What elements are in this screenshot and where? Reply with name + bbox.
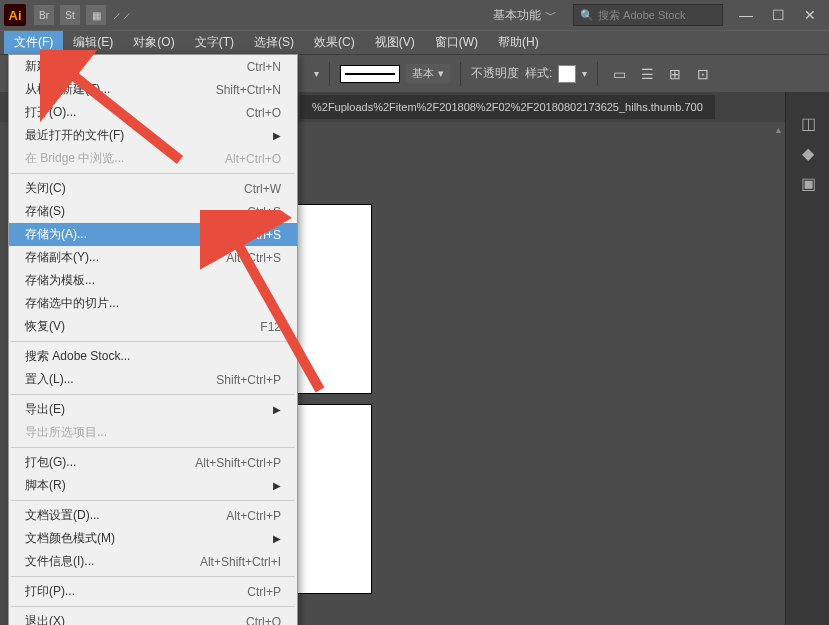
menu-item-关闭(C)[interactable]: 关闭(C)Ctrl+W [9,177,297,200]
menu-shortcut: Ctrl+N [247,60,281,74]
menu-separator [11,447,295,448]
more-icon[interactable]: ⊡ [692,63,714,85]
menu-item-label: 搜索 Adobe Stock... [25,348,281,365]
submenu-arrow-icon: ▶ [273,404,281,415]
menu-视图(V)[interactable]: 视图(V) [365,31,425,54]
titlebar: Ai Br St ▦ ⟋⟋ 基本功能 ﹀ 🔍 搜索 Adobe Stock — … [0,0,829,30]
menu-shortcut: Ctrl+W [244,182,281,196]
menu-item-label: 导出(E) [25,401,269,418]
libraries-panel-icon[interactable]: ▣ [786,168,829,198]
layers-panel-icon[interactable]: ◆ [786,138,829,168]
menu-separator [11,576,295,577]
menu-shortcut: Alt+Shift+Ctrl+I [200,555,281,569]
menu-shortcut: Ctrl+O [246,106,281,120]
close-button[interactable]: ✕ [795,5,825,25]
menu-item-存储(S)[interactable]: 存储(S)Ctrl+S [9,200,297,223]
menu-item-label: 文档设置(D)... [25,507,226,524]
menu-帮助(H)[interactable]: 帮助(H) [488,31,549,54]
workspace-selector[interactable]: 基本功能 ﹀ [483,3,567,28]
menu-item-存储为模板...[interactable]: 存储为模板... [9,269,297,292]
menu-item-最近打开的文件(F)[interactable]: 最近打开的文件(F)▶ [9,124,297,147]
menu-shortcut: Alt+Ctrl+P [226,509,281,523]
menu-item-从模板新建(T)...[interactable]: 从模板新建(T)...Shift+Ctrl+N [9,78,297,101]
document-setup-icon[interactable]: ▭ [608,63,630,85]
menu-item-搜索 Adobe Stock...[interactable]: 搜索 Adobe Stock... [9,345,297,368]
workspace-label: 基本功能 [493,7,541,24]
menu-item-label: 在 Bridge 中浏览... [25,150,225,167]
arrange-icon[interactable]: ▦ [86,5,106,25]
app-logo: Ai [4,4,26,26]
menu-item-label: 恢复(V) [25,318,260,335]
search-input[interactable]: 🔍 搜索 Adobe Stock [573,4,723,26]
menu-shortcut: Shift+Ctrl+P [216,373,281,387]
menu-item-文档颜色模式(M)[interactable]: 文档颜色模式(M)▶ [9,527,297,550]
menu-item-label: 存储为(A)... [25,226,216,243]
menu-效果(C)[interactable]: 效果(C) [304,31,365,54]
menu-item-打开(O)...[interactable]: 打开(O)...Ctrl+O [9,101,297,124]
submenu-arrow-icon: ▶ [273,130,281,141]
menu-shortcut: F12 [260,320,281,334]
menu-item-label: 存储(S) [25,203,247,220]
menu-separator [11,606,295,607]
menu-separator [11,394,295,395]
search-icon: 🔍 [580,9,594,22]
menu-item-退出(X)[interactable]: 退出(X)Ctrl+Q [9,610,297,625]
menu-item-label: 退出(X) [25,613,246,625]
menu-选择(S)[interactable]: 选择(S) [244,31,304,54]
menu-item-label: 打包(G)... [25,454,195,471]
menu-item-label: 置入(L)... [25,371,216,388]
sync-icon[interactable]: ⟋⟋ [112,5,132,25]
document-tab[interactable]: %2Fuploads%2Fitem%2F201808%2F02%2F201808… [300,95,715,119]
scroll-up-icon[interactable]: ▴ [771,122,785,136]
menu-shortcut: Ctrl+Q [246,615,281,626]
menu-separator [11,341,295,342]
preferences-icon[interactable]: ☰ [636,63,658,85]
menu-item-恢复(V)[interactable]: 恢复(V)F12 [9,315,297,338]
align-icon[interactable]: ⊞ [664,63,686,85]
menu-item-label: 存储副本(Y)... [25,249,226,266]
stroke-preview[interactable] [340,65,400,83]
style-swatch[interactable] [558,65,576,83]
menu-item-文件信息(I)...[interactable]: 文件信息(I)...Alt+Shift+Ctrl+I [9,550,297,573]
maximize-button[interactable]: ☐ [763,5,793,25]
menu-item-label: 最近打开的文件(F) [25,127,269,144]
minimize-button[interactable]: — [731,5,761,25]
vertical-scrollbar[interactable]: ▴ [771,122,785,625]
menu-item-存储副本(Y)...[interactable]: 存储副本(Y)...Alt+Ctrl+S [9,246,297,269]
menu-item-打印(P)...[interactable]: 打印(P)...Ctrl+P [9,580,297,603]
properties-panel-icon[interactable]: ◫ [786,108,829,138]
menu-item-label: 脚本(R) [25,477,269,494]
menu-shortcut: Alt+Shift+Ctrl+P [195,456,281,470]
menu-item-打包(G)...[interactable]: 打包(G)...Alt+Shift+Ctrl+P [9,451,297,474]
panel-dock: ◫ ◆ ▣ [785,92,829,625]
menu-item-导出(E)[interactable]: 导出(E)▶ [9,398,297,421]
stock-icon[interactable]: St [60,5,80,25]
menu-item-存储为(A)...[interactable]: 存储为(A)...Shift+Ctrl+S [9,223,297,246]
menu-item-新建(N)...[interactable]: 新建(N)...Ctrl+N [9,55,297,78]
bridge-icon[interactable]: Br [34,5,54,25]
menu-shortcut: Ctrl+P [247,585,281,599]
menu-shortcut: Shift+Ctrl+S [216,228,281,242]
submenu-arrow-icon: ▶ [273,480,281,491]
stroke-type-dropdown[interactable]: 基本▾ [406,64,450,83]
menu-编辑(E)[interactable]: 编辑(E) [63,31,123,54]
opacity-label: 不透明度 [471,65,519,82]
menu-separator [11,173,295,174]
menu-item-label: 打开(O)... [25,104,246,121]
menu-item-label: 存储选中的切片... [25,295,281,312]
menu-文字(T)[interactable]: 文字(T) [185,31,244,54]
menu-item-置入(L)...[interactable]: 置入(L)...Shift+Ctrl+P [9,368,297,391]
menu-文件(F)[interactable]: 文件(F) [4,31,63,54]
menu-item-存储选中的切片...[interactable]: 存储选中的切片... [9,292,297,315]
menu-item-label: 关闭(C) [25,180,244,197]
style-label: 样式: [525,65,552,82]
menubar: 文件(F)编辑(E)对象(O)文字(T)选择(S)效果(C)视图(V)窗口(W)… [0,30,829,54]
menu-对象(O)[interactable]: 对象(O) [123,31,184,54]
menu-item-label: 打印(P)... [25,583,247,600]
chevron-down-icon[interactable]: ▾ [582,68,587,79]
menu-窗口(W)[interactable]: 窗口(W) [425,31,488,54]
menu-item-脚本(R)[interactable]: 脚本(R)▶ [9,474,297,497]
chevron-down-icon: ﹀ [545,7,557,24]
chevron-down-icon[interactable]: ▾ [314,68,319,79]
menu-item-文档设置(D)...[interactable]: 文档设置(D)...Alt+Ctrl+P [9,504,297,527]
